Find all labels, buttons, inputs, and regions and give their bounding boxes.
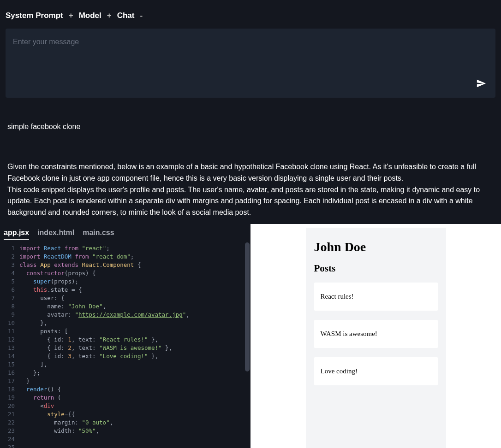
code-editor[interactable]: 1234567891011121314151617181920212223242… — [0, 242, 250, 448]
code-content[interactable]: import React from "react";import ReactDO… — [19, 242, 250, 448]
file-tabs: app.jsx index.html main.css — [0, 224, 250, 242]
profile-name: John Doe — [314, 240, 438, 254]
assistant-paragraph: This code snippet displays the user's pr… — [7, 184, 494, 218]
post-card: WASM is awesome! — [314, 320, 438, 348]
message-input[interactable] — [13, 38, 488, 46]
post-card: React rules! — [314, 283, 438, 311]
assistant-message: Given the constraints mentioned, below i… — [0, 135, 501, 224]
separator-plus-icon: + — [69, 11, 73, 20]
separator-minus-icon: - — [140, 11, 143, 20]
preview-pane: John Doe Posts React rules! WASM is awes… — [250, 224, 501, 448]
scrollbar-track — [245, 242, 250, 448]
tab-index-html[interactable]: index.html — [37, 229, 74, 240]
tab-main-css[interactable]: main.css — [83, 229, 114, 240]
scrollbar-thumb[interactable] — [245, 242, 250, 371]
header-model[interactable]: Model — [79, 11, 101, 20]
header-system-prompt[interactable]: System Prompt — [6, 11, 63, 20]
header-breadcrumb: System Prompt + Model + Chat - — [0, 0, 501, 29]
code-editor-pane: app.jsx index.html main.css 123456789101… — [0, 224, 250, 448]
post-card: Love coding! — [314, 357, 438, 385]
send-icon[interactable] — [476, 78, 486, 90]
line-gutter: 1234567891011121314151617181920212223242… — [0, 242, 19, 448]
message-input-container — [6, 29, 495, 98]
profile-card: John Doe Posts React rules! WASM is awes… — [306, 228, 446, 448]
tab-app-jsx[interactable]: app.jsx — [4, 229, 29, 240]
separator-plus-icon: + — [107, 11, 112, 20]
user-message: simple facebook clone — [0, 103, 501, 135]
posts-heading: Posts — [314, 263, 438, 274]
header-chat[interactable]: Chat — [117, 11, 135, 20]
assistant-paragraph: Given the constraints mentioned, below i… — [7, 161, 494, 184]
